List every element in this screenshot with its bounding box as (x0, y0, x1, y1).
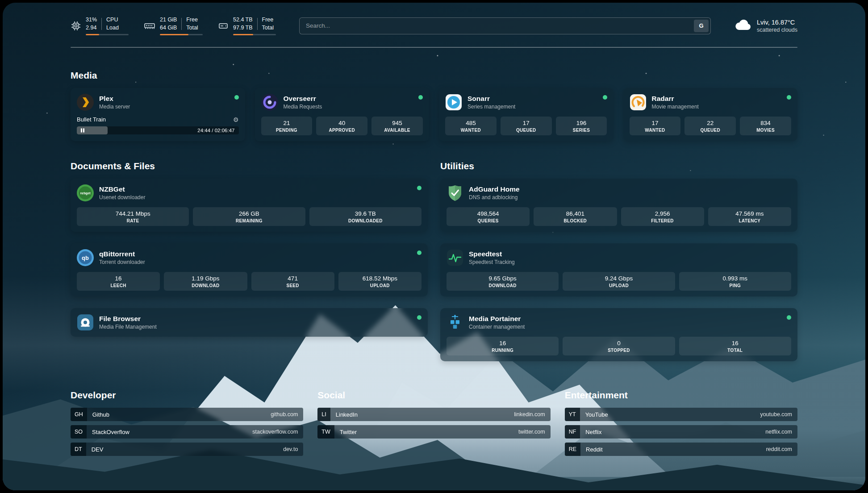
stat-label: UPLOAD (564, 283, 673, 288)
app-subtitle: Usenet downloader (99, 194, 145, 201)
stat-label: DOWNLOAD (165, 283, 246, 288)
cpu-usage-percent: 31% (86, 16, 97, 23)
link-url: github.com (271, 411, 303, 418)
link-abbr: LI (317, 408, 330, 421)
link-netflix[interactable]: NF Netflix netflix.com (565, 425, 797, 439)
card-filebrowser[interactable]: File Browser Media File Management (71, 308, 428, 337)
card-qbittorrent[interactable]: qb qBittorrent Torrent downloader 16 (71, 243, 428, 297)
card-speedtest[interactable]: Speedtest Speedtest Tracking 9.65 Gbps D… (440, 243, 797, 297)
card-nzbget[interactable]: nzbget NZBGet Usenet downloader 744.21 M… (71, 179, 428, 232)
plex-icon (77, 94, 94, 111)
stat-value: 744.21 Mbps (78, 210, 188, 217)
app-name: File Browser (99, 315, 157, 323)
link-name: Github (92, 411, 109, 418)
link-name: YouTube (585, 411, 608, 418)
card-titles: Speedtest Speedtest Tracking (469, 250, 515, 266)
card-portainer[interactable]: Media Portainer Container management 16 … (440, 308, 797, 361)
status-online-dot (417, 186, 421, 190)
storage-icon (218, 21, 229, 31)
stat-label: WANTED (447, 128, 495, 133)
card-adguard[interactable]: AdGuard Home DNS and adblocking 498,564 … (440, 179, 797, 232)
pause-icon[interactable] (81, 129, 84, 133)
divider (257, 18, 258, 30)
svg-text:nzbget: nzbget (80, 191, 91, 195)
playback-time: 24:44 / 02:06:47 (197, 128, 234, 133)
card-titles: Plex Media server (99, 95, 130, 110)
card-header: Sonarr Series management (445, 94, 607, 111)
cpu-icon (71, 21, 81, 31)
stat-seed: 471 SEED (251, 272, 334, 291)
stat-label: QUEUED (686, 128, 734, 133)
link-url: dev.to (283, 446, 303, 452)
weather-widget[interactable]: Lviv, 16.87°C scattered clouds (734, 18, 797, 33)
media-cards-grid: Plex Media server Bullet Train ⚙ (71, 88, 797, 141)
stat-value: 40 (317, 120, 366, 126)
stat-value: 9.65 Gbps (448, 275, 557, 282)
page-content: 31% 2.94 CPU Load (3, 3, 865, 490)
stat-series: 196 SERIES (556, 117, 607, 135)
stat-label: AVAILABLE (373, 128, 421, 133)
stat-value: 0.993 ms (680, 275, 790, 282)
radarr-icon (630, 94, 647, 111)
link-youtube[interactable]: YT YouTube youtube.com (565, 408, 797, 421)
mid-columns: Documents & Files nzbget NZBGet Usenet d… (71, 161, 797, 361)
stat-queued: 22 QUEUED (684, 117, 736, 135)
stat-value: 266 GB (194, 210, 304, 217)
link-reddit[interactable]: RE Reddit reddit.com (565, 443, 797, 456)
card-plex[interactable]: Plex Media server Bullet Train ⚙ (71, 88, 245, 141)
weather-condition: scattered clouds (757, 27, 797, 33)
utilities-card-stack: AdGuard Home DNS and adblocking 498,564 … (440, 179, 797, 361)
stats-row: 16 RUNNING 0 STOPPED 16 TOTAL (447, 337, 791, 355)
card-overseerr[interactable]: Overseerr Media Requests 21 PENDING 40 A… (255, 88, 430, 141)
card-header: qb qBittorrent Torrent downloader (77, 249, 421, 266)
cpu-load-average: 2.94 (86, 24, 97, 31)
card-titles: Media Portainer Container management (469, 315, 525, 330)
stat-ping: 0.993 ms PING (679, 272, 791, 291)
app-name: AdGuard Home (469, 185, 520, 194)
stat-value: 39.6 TB (311, 210, 420, 217)
section-title-media: Media (71, 70, 797, 81)
app-subtitle: Media server (99, 104, 130, 110)
app-name: Sonarr (467, 95, 515, 103)
app-subtitle: Movie management (652, 104, 699, 110)
stat-label: FILTERED (622, 218, 703, 223)
stat-downloaded: 39.6 TB DOWNLOADED (309, 207, 421, 226)
weather-text: Lviv, 16.87°C scattered clouds (757, 19, 797, 33)
link-twitter[interactable]: TW Twitter twitter.com (317, 425, 550, 439)
weather-location: Lviv, 16.87°C (757, 19, 797, 26)
stat-queries: 498,564 QUERIES (447, 207, 530, 226)
card-titles: qBittorrent Torrent downloader (99, 250, 145, 266)
player-settings-icon[interactable]: ⚙ (233, 117, 239, 123)
stat-label: RATE (78, 218, 188, 223)
stat-label: STOPPED (564, 348, 673, 353)
stat-value: 0 (564, 340, 673, 347)
stat-label: REMAINING (194, 218, 304, 223)
app-name: Speedtest (469, 250, 515, 259)
stats-row: 498,564 QUERIES 86,401 BLOCKED 2,956 FIL… (447, 207, 791, 226)
stat-leech: 16 LEECH (77, 272, 160, 291)
stat-value: 834 (741, 120, 790, 126)
stat-label: SEED (253, 283, 333, 288)
stat-value: 618.52 Mbps (340, 275, 420, 282)
playback-progress-bar[interactable]: 24:44 / 02:06:47 (77, 126, 239, 134)
link-github[interactable]: GH Github github.com (71, 408, 303, 421)
stat-label: LATENCY (709, 218, 790, 223)
link-abbr: RE (565, 443, 580, 456)
link-stackoverflow[interactable]: SO StackOverflow stackoverflow.com (71, 425, 303, 439)
search-engine-button[interactable]: G (694, 20, 709, 32)
stat-value: 498,564 (448, 210, 528, 217)
entertainment-links: YT YouTube youtube.com NF Netflix netfli… (565, 408, 797, 456)
search-input[interactable] (299, 17, 711, 34)
link-abbr: GH (71, 408, 87, 421)
card-radarr[interactable]: Radarr Movie management 17 WANTED 22 QUE… (623, 88, 798, 141)
link-linkedin[interactable]: LI LinkedIn linkedin.com (317, 408, 550, 421)
stat-label: WANTED (631, 128, 680, 133)
link-dev[interactable]: DT DEV dev.to (71, 443, 303, 456)
speedtest-icon (447, 249, 463, 266)
app-name: NZBGet (99, 185, 145, 194)
stat-label: QUERIES (448, 218, 528, 223)
header-divider (71, 47, 797, 48)
card-titles: Overseerr Media Requests (284, 95, 322, 110)
card-sonarr[interactable]: Sonarr Series management 485 WANTED 17 Q… (439, 88, 613, 141)
top-bar: 31% 2.94 CPU Load (71, 16, 797, 35)
